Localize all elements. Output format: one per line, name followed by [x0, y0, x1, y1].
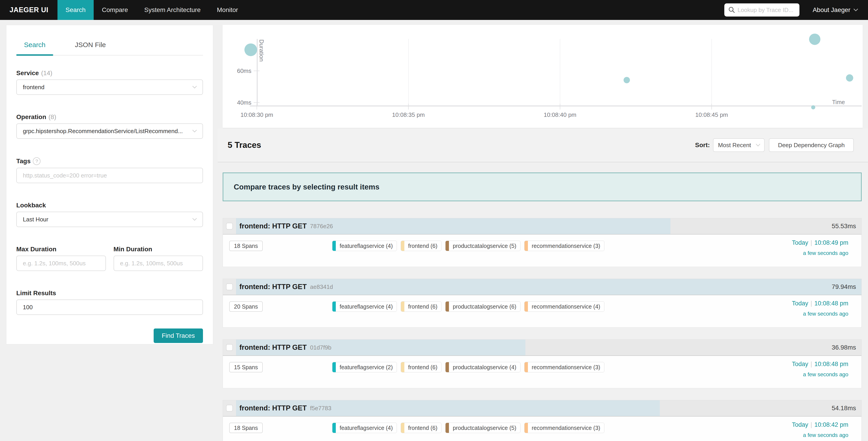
- lookback-select-value: Last Hour: [23, 216, 192, 223]
- trace-scatter-point[interactable]: [624, 77, 630, 83]
- service-tag-label: recommendationservice (3): [528, 241, 604, 251]
- toolbar-controls: Sort: Most Recent Deep Dependency Graph: [695, 138, 854, 152]
- service-tag-label: productcatalogservice (4): [449, 362, 520, 372]
- service-tag-productcatalogservice-5: productcatalogservice (5): [445, 241, 521, 251]
- min-duration-input[interactable]: [120, 260, 197, 267]
- trace-header[interactable]: frontend: HTTP GET ae8341d 79.94ms: [223, 279, 862, 295]
- trace-date-link[interactable]: Today: [792, 239, 808, 246]
- find-traces-button[interactable]: Find Traces: [154, 328, 203, 343]
- trace-compare-checkbox[interactable]: [226, 405, 233, 412]
- help-icon[interactable]: ?: [33, 157, 40, 165]
- service-select[interactable]: frontend: [16, 80, 203, 95]
- trace-result-card[interactable]: frontend: HTTP GET ae8341d 79.94ms 20 Sp…: [223, 279, 862, 328]
- nav-item-monitor[interactable]: Monitor: [209, 0, 246, 20]
- limit-results-label: Limit Results: [16, 290, 203, 297]
- trace-body: 15 Spans featureflagservice (2)frontend …: [223, 356, 862, 388]
- trace-header[interactable]: frontend: HTTP GET 01d7f9b 36.98ms: [223, 340, 862, 356]
- chevron-down-icon: [853, 8, 859, 12]
- operation-select[interactable]: grpc.hipstershop.RecommendationService/L…: [16, 123, 203, 139]
- trace-header[interactable]: frontend: HTTP GET 7876e26 55.53ms: [223, 218, 862, 235]
- service-tag-productcatalogservice-4: productcatalogservice (4): [445, 362, 521, 373]
- service-tag-featureflagservice-4: featureflagservice (4): [332, 301, 397, 312]
- trace-result-card[interactable]: frontend: HTTP GET 7876e26 55.53ms 18 Sp…: [223, 218, 862, 267]
- trace-date-link[interactable]: Today: [792, 300, 808, 307]
- trace-times: Today|10:08:49 pm a few seconds ago: [792, 239, 848, 256]
- trace-list: frontend: HTTP GET 7876e26 55.53ms 18 Sp…: [223, 218, 862, 441]
- trace-title-group: frontend: HTTP GET 01d7f9b: [239, 340, 331, 355]
- trace-scatter-point[interactable]: [809, 33, 820, 45]
- trace-relative-time: a few seconds ago: [792, 250, 848, 256]
- trace-header[interactable]: frontend: HTTP GET f5e7783 54.18ms: [223, 400, 862, 416]
- nav-right-group: About Jaeger: [724, 0, 868, 20]
- trace-title: frontend: HTTP GET: [239, 344, 307, 352]
- lookback-select[interactable]: Last Hour: [16, 212, 203, 227]
- service-label: Service (14): [16, 69, 203, 77]
- sort-select[interactable]: Most Recent: [713, 138, 765, 152]
- nav-item-search[interactable]: Search: [58, 0, 94, 20]
- trace-scatter-point[interactable]: [244, 43, 257, 56]
- trace-time-link[interactable]: 10:08:42 pm: [814, 421, 848, 428]
- service-tag-frontend-6: frontend (6): [401, 301, 441, 312]
- nav-item-compare[interactable]: Compare: [94, 0, 136, 20]
- tab-search[interactable]: Search: [16, 37, 53, 55]
- service-color-strip: [332, 241, 336, 251]
- trace-relative-time: a few seconds ago: [792, 432, 848, 438]
- trace-lookup-input[interactable]: [724, 3, 800, 17]
- service-color-strip: [332, 423, 336, 433]
- trace-time-link[interactable]: 10:08:48 pm: [814, 361, 848, 368]
- trace-compare-checkbox[interactable]: [226, 223, 233, 230]
- lookback-label: Lookback: [16, 202, 203, 209]
- trace-service-tags: featureflagservice (4)frontend (6)produc…: [332, 423, 604, 433]
- service-color-strip: [445, 423, 449, 433]
- trace-date-link[interactable]: Today: [792, 361, 808, 368]
- chevron-down-icon: [755, 144, 761, 147]
- compare-banner: Compare traces by selecting result items: [223, 173, 862, 201]
- service-tag-productcatalogservice-6: productcatalogservice (6): [445, 301, 521, 312]
- sort-select-value: Most Recent: [718, 142, 755, 149]
- trace-compare-checkbox[interactable]: [226, 284, 233, 290]
- service-color-strip: [525, 362, 528, 372]
- max-duration-label: Max Duration: [16, 246, 106, 253]
- trace-scatter-point[interactable]: [846, 74, 853, 82]
- service-tag-label: frontend (6): [404, 241, 441, 251]
- scatter-plot[interactable]: 60ms40ms10:08:30 pm10:08:35 pm10:08:40 p…: [223, 25, 863, 128]
- about-jaeger-menu[interactable]: About Jaeger: [812, 6, 859, 13]
- trace-compare-checkbox[interactable]: [226, 344, 233, 351]
- lookback-field: Lookback Last Hour: [16, 202, 203, 227]
- sidebar-tabs: SearchJSON File: [16, 37, 203, 56]
- tab-json-file[interactable]: JSON File: [67, 37, 114, 55]
- nav-item-system-architecture[interactable]: System Architecture: [136, 0, 209, 20]
- trace-duration: 36.98ms: [832, 340, 856, 355]
- app-logo[interactable]: JAEGER UI: [0, 0, 58, 20]
- trace-duration-bar-track: frontend: HTTP GET 7876e26 55.53ms: [236, 218, 862, 234]
- trace-date-row: Today|10:08:42 pm: [792, 421, 848, 428]
- service-tag-label: productcatalogservice (5): [449, 423, 520, 433]
- service-color-strip: [401, 241, 404, 251]
- service-tag-label: featureflagservice (4): [336, 423, 397, 433]
- trace-service-tags: featureflagservice (4)frontend (6)produc…: [332, 301, 604, 312]
- service-tag-frontend-6: frontend (6): [401, 362, 441, 373]
- trace-time-link[interactable]: 10:08:49 pm: [814, 239, 848, 246]
- limit-results-input[interactable]: [23, 304, 197, 311]
- trace-body: 18 Spans featureflagservice (4)frontend …: [223, 235, 862, 267]
- tags-input[interactable]: [23, 172, 197, 179]
- max-duration-input[interactable]: [23, 260, 100, 267]
- compare-banner-text: Compare traces by selecting result items: [234, 183, 379, 191]
- trace-result-card[interactable]: frontend: HTTP GET 01d7f9b 36.98ms 15 Sp…: [223, 340, 862, 388]
- service-color-strip: [445, 241, 449, 251]
- min-duration-field: Min Duration: [114, 246, 203, 271]
- max-duration-label-text: Max Duration: [16, 246, 56, 253]
- trace-duration: 54.18ms: [832, 400, 856, 416]
- trace-date-link[interactable]: Today: [792, 421, 808, 428]
- trace-span-count: 18 Spans: [229, 423, 263, 433]
- service-tag-label: featureflagservice (4): [336, 241, 397, 251]
- trace-scatter-point[interactable]: [811, 105, 815, 109]
- trace-time-link[interactable]: 10:08:48 pm: [814, 300, 848, 307]
- trace-title: frontend: HTTP GET: [239, 222, 307, 230]
- service-tag-label: productcatalogservice (6): [449, 301, 520, 312]
- deep-dependency-graph-button[interactable]: Deep Dependency Graph: [769, 138, 854, 152]
- trace-result-card[interactable]: frontend: HTTP GET f5e7783 54.18ms 18 Sp…: [223, 400, 862, 441]
- service-tag-label: frontend (6): [404, 301, 441, 312]
- trace-body: 20 Spans featureflagservice (4)frontend …: [223, 295, 862, 327]
- duration-scatter-chart[interactable]: 60ms40ms10:08:30 pm10:08:35 pm10:08:40 p…: [223, 25, 863, 128]
